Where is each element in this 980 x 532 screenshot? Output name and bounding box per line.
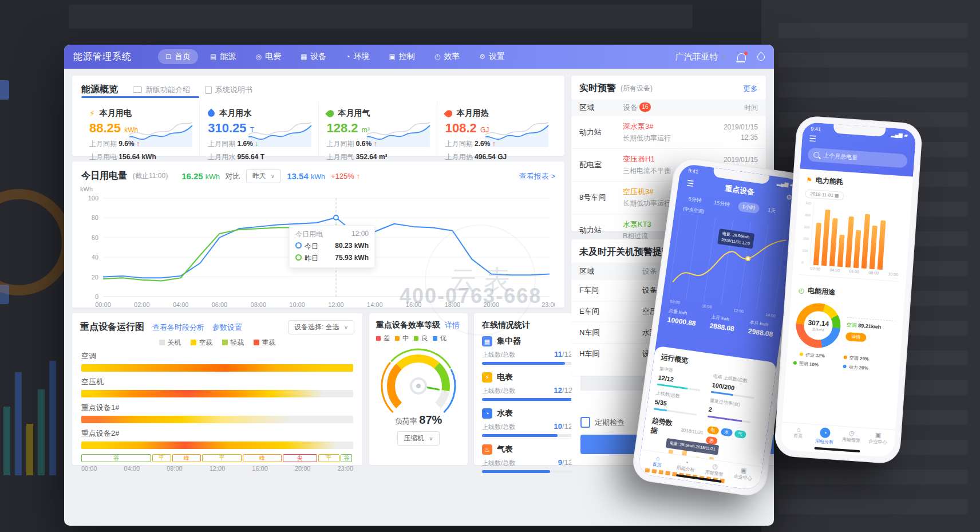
run-gradient-bar[interactable] bbox=[81, 390, 353, 397]
progress-fill bbox=[482, 362, 565, 365]
compressor-select[interactable]: 压缩机∨ bbox=[397, 431, 439, 446]
phone-bottom-nav[interactable]: ⌂首页 ◔用电分析 ◷用能预警 ▣企业中心 bbox=[781, 422, 895, 451]
run-gradient-bar[interactable] bbox=[81, 364, 353, 372]
more-link[interactable]: 更多 bbox=[743, 84, 758, 94]
svg-text:16:00: 16:00 bbox=[406, 301, 422, 308]
notification-bell-icon[interactable] bbox=[737, 53, 746, 61]
alert-row[interactable]: 动力站 深水泵3#长期低功率运行 2019/01/1512:35 bbox=[571, 116, 766, 149]
donut-focus: 空调 89.21kwh bbox=[846, 321, 896, 332]
run-gradient-bar[interactable] bbox=[81, 416, 353, 423]
home-icon: ⊡ bbox=[165, 53, 171, 61]
run-row: 空压机 bbox=[81, 377, 353, 397]
search-input[interactable]: 上个月总电量 bbox=[807, 148, 907, 168]
legend-swatch-light bbox=[222, 340, 228, 345]
gauge-detail-link[interactable]: 详情 bbox=[445, 320, 460, 330]
progress-track bbox=[482, 470, 572, 473]
tou-segment: 峰 bbox=[243, 454, 282, 462]
legend-swatch-poor bbox=[376, 336, 381, 341]
gauge-label: 负荷率 87% bbox=[369, 413, 468, 427]
new-features-link[interactable]: 新版功能介绍 bbox=[133, 85, 190, 95]
online-item-gas-meter: ♨气表 上线数/总数9/12 bbox=[482, 439, 572, 474]
environment-icon: ◔ bbox=[346, 53, 350, 61]
usage-icon: ◴ bbox=[798, 286, 804, 294]
document-icon bbox=[205, 86, 212, 94]
search-icon bbox=[813, 152, 820, 158]
bolt-icon: ⚡ bbox=[89, 109, 95, 118]
view-report-link[interactable]: 查看报表 > bbox=[519, 171, 555, 182]
manual-link[interactable]: 系统说明书 bbox=[205, 85, 252, 95]
run-rows: 空调空压机重点设备1#重点设备2# bbox=[72, 351, 362, 449]
run-gradient-bar[interactable] bbox=[81, 442, 353, 449]
bg-ghost-tag bbox=[0, 80, 9, 100]
phone-chart-yticks: 5004003002001000 bbox=[801, 201, 813, 265]
tou-segment: 峰 bbox=[172, 454, 201, 462]
run-legend: 关机 空载 轻载 重载 bbox=[72, 338, 362, 348]
svg-text:08:00: 08:00 bbox=[251, 301, 267, 308]
heat-flame-icon bbox=[444, 108, 454, 119]
nav-item-home[interactable]: ⊡首页 bbox=[158, 49, 198, 64]
panel-title: 重点设备运行图 bbox=[80, 321, 144, 333]
bg-ghost-bars bbox=[3, 332, 61, 475]
power-bar bbox=[837, 235, 845, 267]
tou-segment: 谷 bbox=[341, 454, 352, 462]
nav-item-electric-fee[interactable]: ◎电费 bbox=[248, 49, 288, 64]
vs-label: 对比 bbox=[226, 171, 240, 182]
tou-segment: 平 bbox=[318, 454, 339, 462]
svg-text:80: 80 bbox=[92, 214, 98, 221]
time-of-use-strip: 谷平峰平峰尖平谷 bbox=[81, 454, 353, 462]
stat-card-heat[interactable]: 本月用热 108.2 GJ 上月同期 2.6% ↑ 上月用热 496.54 GJ bbox=[437, 101, 555, 169]
svg-text:23:00: 23:00 bbox=[542, 301, 555, 308]
device-select[interactable]: 设备选择: 全选∨ bbox=[288, 320, 354, 334]
param-settings-link[interactable]: 参数设置 bbox=[212, 322, 242, 333]
panel-title: 今日用电量 bbox=[81, 170, 127, 182]
date-chip[interactable]: 2018-11-01 ▦ bbox=[805, 189, 844, 200]
chevron-down-icon: ∨ bbox=[271, 173, 275, 179]
alerts-table-header: 区域 设备16 时间 bbox=[571, 99, 766, 116]
stat-card-electricity[interactable]: ⚡本月用电 88.25 kWh 上月同期 9.6% ↑ 上月用电 156.64 … bbox=[81, 101, 200, 169]
nav-menu: ⊡首页 ▤能源 ◎电费 ▦设备 ◔环境 ▣控制 ◷效率 ⚙设置 bbox=[158, 49, 512, 64]
notification-dot bbox=[744, 52, 748, 55]
panel-title: 实时预警 bbox=[579, 82, 616, 94]
nav-item-device[interactable]: ▦设备 bbox=[293, 49, 334, 64]
svg-text:10:00: 10:00 bbox=[289, 301, 305, 308]
device-run-panel: 重点设备运行图 查看各时段分析 参数设置 设备选择: 全选∨ 关机 空载 轻载 … bbox=[72, 313, 362, 465]
menu-icon[interactable]: ☰ bbox=[686, 178, 694, 188]
nav-item-efficiency[interactable]: ◷效率 bbox=[427, 49, 467, 64]
gas-flame-icon bbox=[325, 108, 335, 119]
nav-item-control[interactable]: ▣控制 bbox=[381, 49, 422, 64]
clipboard-icon bbox=[580, 417, 590, 428]
screenshot-stage: 能源管理系统 ⊡首页 ▤能源 ◎电费 ▦设备 ◔环境 ▣控制 ◷效率 ⚙设置 广… bbox=[0, 0, 980, 532]
stat-card-water[interactable]: 本月用水 310.25 T 上月同期 1.6% ↓ 上月用水 956.64 T bbox=[200, 101, 318, 169]
pill-gas[interactable]: 气 bbox=[734, 429, 746, 439]
panel-title: 能源概览 bbox=[81, 84, 118, 96]
pill-electric[interactable]: 电 bbox=[707, 426, 720, 435]
progress-track bbox=[482, 362, 572, 365]
company-selector[interactable]: 广汽菲亚特∨ bbox=[675, 52, 726, 62]
period-analysis-link[interactable]: 查看各时段分析 bbox=[152, 322, 204, 333]
nav-item-environment[interactable]: ◔环境 bbox=[338, 49, 377, 64]
legend-swatch-good bbox=[414, 336, 418, 341]
run-row: 空调 bbox=[81, 351, 353, 372]
chevron-down-icon: ∨ bbox=[722, 54, 726, 60]
stat-card-gas[interactable]: 本月用气 128.2 m³ 上月同期 0.6% ↑ 上月用气 352.64 m³ bbox=[319, 101, 437, 169]
nav-item-settings[interactable]: ⚙设置 bbox=[472, 49, 512, 64]
analysis-icon: ◔ bbox=[820, 427, 831, 438]
legend-swatch-off bbox=[159, 340, 165, 345]
nav-item-energy[interactable]: ▤能源 bbox=[203, 49, 243, 64]
run-row: 重点设备2# bbox=[81, 428, 353, 449]
sparkline-chart bbox=[246, 120, 314, 147]
alert-device: 深水泵3# bbox=[623, 121, 713, 132]
efficiency-icon: ◷ bbox=[434, 53, 440, 61]
detail-button[interactable]: 详情 bbox=[845, 332, 867, 341]
compare-select[interactable]: 昨天∨ bbox=[246, 169, 281, 183]
water-drop-icon[interactable] bbox=[756, 52, 766, 62]
svg-text:20: 20 bbox=[92, 274, 98, 281]
pill-water[interactable]: 水 bbox=[720, 428, 733, 437]
yesterday-value: 13.54 kWh bbox=[287, 171, 325, 181]
water-meter-icon: ◔ bbox=[482, 408, 492, 419]
sparkline-chart bbox=[127, 120, 195, 147]
online-item-concentrator: ▦集中器 上线数/总数11/12 bbox=[482, 330, 572, 367]
svg-text:100: 100 bbox=[88, 195, 98, 202]
bulb-icon: ◎ bbox=[255, 53, 261, 61]
alerts-subtitle: (所有设备) bbox=[621, 84, 653, 93]
